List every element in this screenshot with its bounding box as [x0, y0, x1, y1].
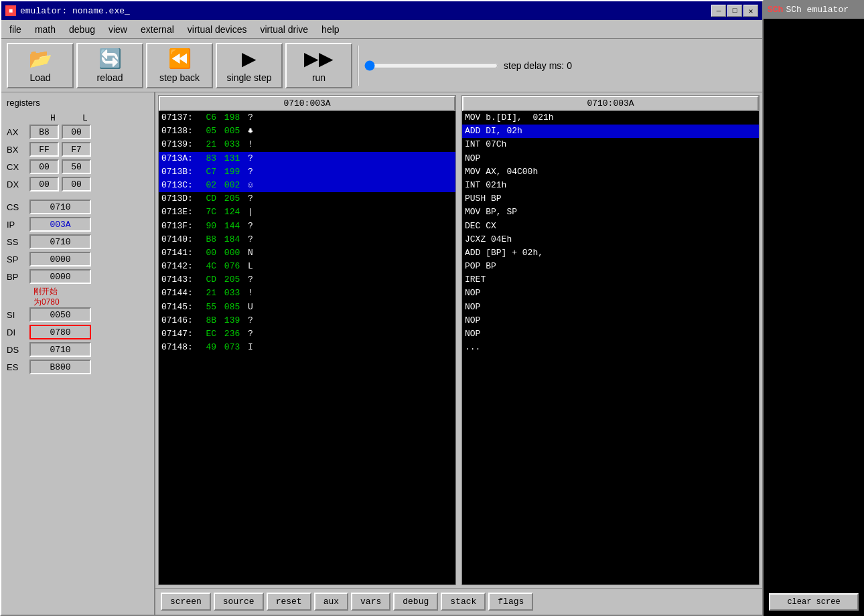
- load-button[interactable]: 📂 Load: [7, 43, 74, 88]
- reg-bx-l[interactable]: [62, 142, 91, 157]
- code-hex2: 002: [224, 179, 245, 191]
- menu-virtual-devices[interactable]: virtual devices: [182, 22, 253, 37]
- code-address: 07146:: [161, 315, 203, 327]
- code-hex1: 02: [206, 179, 221, 191]
- left-code-line: 07137: C6 198 ?: [159, 111, 455, 125]
- code-address: 0713D:: [161, 193, 203, 205]
- tab-source[interactable]: source: [214, 593, 264, 611]
- code-hex1: 7C: [206, 206, 221, 218]
- code-char: ?: [248, 328, 253, 340]
- reg-di[interactable]: [29, 325, 91, 339]
- reg-dx-h[interactable]: [29, 177, 59, 191]
- maximize-button[interactable]: □: [727, 5, 742, 17]
- left-code-line: 0713A: 83 131 ?: [159, 152, 455, 165]
- right-code-line: INT 021h: [462, 179, 759, 192]
- code-hex2: 205: [224, 193, 245, 205]
- title-bar-left: ■ emulator: noname.exe_: [5, 5, 130, 16]
- right-code-line: MOV BP, SP: [462, 206, 759, 219]
- tab-vars[interactable]: vars: [351, 593, 390, 611]
- code-instruction: INT 021h: [465, 179, 506, 191]
- menu-external[interactable]: external: [135, 22, 179, 37]
- reload-button[interactable]: 🔄 reload: [76, 43, 143, 88]
- menu-debug[interactable]: debug: [64, 22, 100, 37]
- reload-icon: 🔄: [98, 48, 122, 70]
- reg-cx-h[interactable]: [29, 159, 59, 174]
- registers-panel: registers H L AX BX CX: [1, 92, 155, 615]
- code-char: U: [248, 301, 253, 313]
- menu-math[interactable]: math: [29, 22, 61, 37]
- reg-ds[interactable]: [29, 342, 91, 357]
- step-back-icon: ⏪: [168, 48, 192, 70]
- code-hex1: EC: [206, 328, 221, 340]
- right-code-content[interactable]: MOV b.[DI], 021hADD DI, 02hINT 07ChNOPMO…: [462, 111, 759, 585]
- right-code-line: POP BP: [462, 260, 759, 273]
- left-code-line: 0713D: CD 205 ?: [159, 192, 455, 206]
- reg-si[interactable]: [29, 307, 91, 322]
- reg-bp[interactable]: [29, 269, 91, 284]
- close-button[interactable]: ✕: [743, 5, 758, 17]
- single-step-button[interactable]: ▶ single step: [216, 43, 283, 88]
- step-delay-area: step delay ms: 0: [364, 60, 572, 71]
- code-address: 0713E:: [161, 206, 203, 218]
- menu-help[interactable]: help: [316, 22, 344, 37]
- code-address: 0713C:: [161, 179, 203, 191]
- menu-file[interactable]: file: [4, 22, 27, 37]
- reg-col-h: H: [37, 113, 69, 123]
- right-code-line: INT 07Ch: [462, 138, 759, 151]
- reg-ax-h[interactable]: [29, 125, 59, 139]
- reg-ss[interactable]: [29, 234, 91, 249]
- right-code-line: NOP: [462, 314, 759, 327]
- right-code-line: IRET: [462, 273, 759, 287]
- step-delay-label: step delay ms: 0: [504, 60, 572, 71]
- code-hex2: 139: [224, 315, 245, 327]
- right-panel-address: 0710:003A: [462, 96, 759, 111]
- reg-label-es: ES: [7, 362, 27, 372]
- menu-view[interactable]: view: [103, 22, 133, 37]
- code-address: 0713F:: [161, 220, 203, 232]
- reg-cx-l[interactable]: [62, 159, 91, 174]
- reg-bx-h[interactable]: [29, 142, 59, 157]
- reg-es[interactable]: [29, 360, 91, 374]
- tab-flags[interactable]: flags: [488, 593, 533, 611]
- tab-aux[interactable]: aux: [314, 593, 348, 611]
- code-instruction: IRET: [465, 274, 486, 286]
- tab-stack[interactable]: stack: [441, 593, 486, 611]
- single-step-label: single step: [227, 72, 272, 83]
- right-title-icon: SCh: [768, 5, 783, 15]
- reg-label-sp: SP: [7, 254, 27, 264]
- code-hex2: 000: [224, 247, 245, 259]
- code-instruction: MOV BP, SP: [465, 206, 517, 218]
- code-panels: 0710:003A 07137: C6 198 ?07138: 05 005 ♣…: [155, 92, 762, 615]
- right-code-line: ADD DI, 02h: [462, 125, 759, 138]
- code-hex1: 00: [206, 247, 221, 259]
- code-instruction: ADD [BP] + 02h,: [465, 247, 543, 259]
- reg-cs[interactable]: [29, 200, 91, 214]
- tab-debug[interactable]: debug: [393, 593, 438, 611]
- left-code-content[interactable]: 07137: C6 198 ?07138: 05 005 ♣07139: 21 …: [159, 111, 455, 585]
- tab-reset[interactable]: reset: [267, 593, 311, 611]
- right-code-line: ADD [BP] + 02h,: [462, 246, 759, 260]
- code-address: 07148:: [161, 341, 203, 354]
- left-code-line: 07144: 21 033 !: [159, 287, 455, 300]
- step-delay-slider[interactable]: [364, 60, 498, 71]
- reg-row-di: DI: [7, 325, 149, 339]
- step-back-button[interactable]: ⏪ step back: [146, 43, 213, 88]
- reg-label-dx: DX: [7, 179, 27, 189]
- tab-screen[interactable]: screen: [161, 593, 211, 611]
- code-char: ?: [248, 193, 253, 205]
- reg-sp[interactable]: [29, 252, 91, 266]
- reg-ip[interactable]: [29, 217, 91, 232]
- menu-virtual-drive[interactable]: virtual drive: [255, 22, 314, 37]
- code-hex2: 236: [224, 328, 245, 340]
- reg-dx-l[interactable]: [62, 177, 91, 191]
- run-button[interactable]: ▶▶ run: [285, 43, 352, 88]
- left-code-line: 07146: 8B 139 ?: [159, 314, 455, 327]
- code-hex2: 131: [224, 153, 245, 165]
- clear-screen-button[interactable]: clear scree: [769, 593, 859, 611]
- minimize-button[interactable]: —: [711, 5, 726, 17]
- left-code-line: 07143: CD 205 ?: [159, 273, 455, 287]
- code-instruction: NOP: [465, 328, 480, 340]
- reg-ax-l[interactable]: [62, 125, 91, 139]
- reg-row-dx: DX: [7, 177, 149, 191]
- step-back-label: step back: [159, 72, 200, 83]
